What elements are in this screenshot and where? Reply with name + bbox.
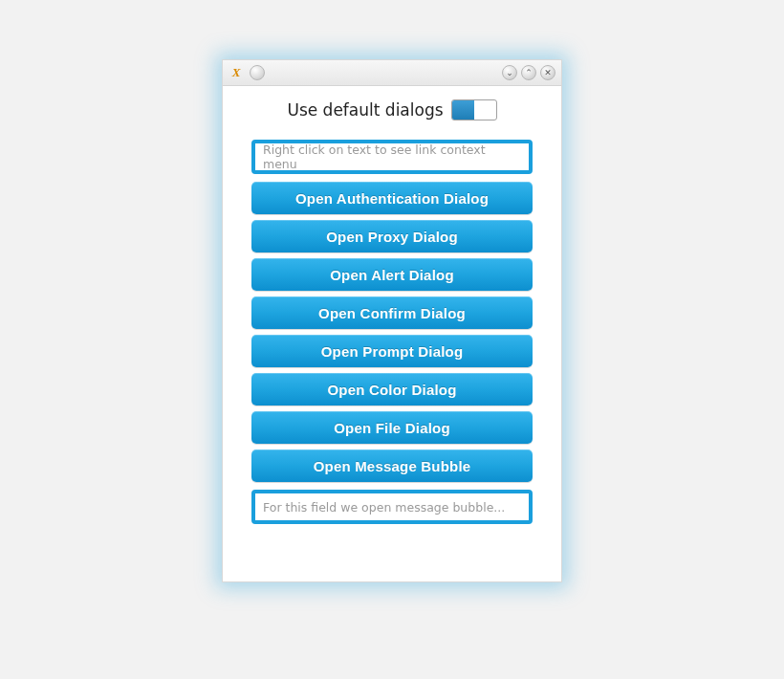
switch-knob bbox=[452, 100, 474, 120]
open-alert-dialog-button[interactable]: Open Alert Dialog bbox=[251, 258, 533, 291]
link-context-input[interactable]: Right click on text to see link context … bbox=[251, 140, 533, 174]
minimize-button[interactable]: ⌄ bbox=[502, 65, 517, 80]
maximize-button[interactable]: ⌃ bbox=[521, 65, 536, 80]
open-prompt-dialog-button[interactable]: Open Prompt Dialog bbox=[251, 335, 533, 367]
close-button[interactable]: ✕ bbox=[540, 65, 555, 80]
link-context-input-placeholder: Right click on text to see link context … bbox=[263, 142, 521, 171]
titlebar-left: X bbox=[229, 65, 265, 80]
titlebar-blank-button[interactable] bbox=[250, 65, 265, 80]
use-default-dialogs-switch[interactable] bbox=[451, 99, 497, 120]
open-confirm-dialog-button[interactable]: Open Confirm Dialog bbox=[251, 296, 533, 329]
message-bubble-input[interactable]: For this field we open message bubble... bbox=[251, 490, 533, 524]
open-color-dialog-button[interactable]: Open Color Dialog bbox=[251, 373, 533, 405]
open-file-dialog-button[interactable]: Open File Dialog bbox=[251, 411, 533, 444]
titlebar: X ⌄ ⌃ ✕ bbox=[223, 60, 561, 86]
content-area: Use default dialogs Right click on text … bbox=[223, 86, 561, 581]
app-window: X ⌄ ⌃ ✕ Use default dialogs Right click … bbox=[222, 59, 562, 582]
dialog-button-stack: Open Authentication Dialog Open Proxy Di… bbox=[246, 182, 538, 482]
open-proxy-dialog-button[interactable]: Open Proxy Dialog bbox=[251, 220, 533, 252]
open-message-bubble-button[interactable]: Open Message Bubble bbox=[251, 449, 533, 482]
header-row: Use default dialogs bbox=[246, 99, 538, 120]
app-icon: X bbox=[229, 65, 244, 80]
use-default-dialogs-label: Use default dialogs bbox=[287, 100, 443, 120]
open-authentication-dialog-button[interactable]: Open Authentication Dialog bbox=[251, 182, 533, 214]
message-bubble-input-placeholder: For this field we open message bubble... bbox=[263, 500, 505, 515]
